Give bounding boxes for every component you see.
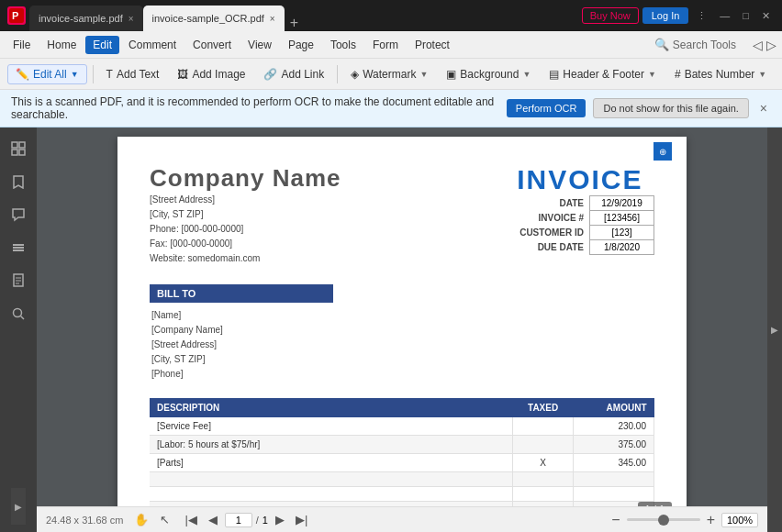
pdf-action-icon[interactable]: ⊕: [654, 142, 672, 161]
close-icon[interactable]: ×: [128, 14, 134, 24]
menu-edit[interactable]: Edit: [85, 36, 119, 54]
svg-text:P: P: [12, 10, 18, 21]
new-tab-button[interactable]: +: [285, 15, 304, 31]
table-row: [150, 487, 654, 502]
separator: [93, 65, 94, 83]
zoom-slider[interactable]: [627, 518, 700, 521]
select-tool-icon[interactable]: ↖: [156, 511, 173, 528]
chevron-down-icon: ▼: [758, 70, 766, 79]
add-link-label: Add Link: [281, 68, 324, 81]
menu-convert[interactable]: Convert: [185, 36, 239, 54]
add-link-button[interactable]: 🔗 Add Link: [256, 64, 331, 84]
cell-taxed: [513, 487, 574, 502]
bates-icon: #: [675, 68, 681, 81]
cell-taxed: X: [513, 454, 574, 472]
pdf-area: Company Name [Street Address] [City, ST …: [37, 127, 767, 532]
tab-invoice-ocr[interactable]: invoice-sample_OCR.pdf ×: [143, 6, 285, 31]
page-separator: /: [256, 515, 259, 526]
nav-back-icon[interactable]: ◁: [753, 38, 763, 52]
svg-rect-3: [19, 142, 25, 148]
add-text-button[interactable]: T Add Text: [99, 64, 167, 84]
zoom-out-icon[interactable]: −: [609, 512, 622, 528]
table-row: [Labor: 5 hours at $75/hr] 375.00: [150, 436, 654, 454]
ocr-message: This is a scanned PDF, and it is recomme…: [11, 95, 499, 121]
cell-description: [Service Fee]: [150, 417, 513, 436]
close-banner-icon[interactable]: ×: [756, 101, 771, 116]
menu-view[interactable]: View: [240, 36, 279, 54]
col-amount: AMOUNT: [574, 398, 654, 417]
svg-rect-5: [19, 150, 25, 155]
panel-search-icon[interactable]: [5, 300, 32, 327]
panel-pages-icon[interactable]: [5, 267, 32, 294]
table-row: [150, 502, 654, 507]
add-text-icon: T: [106, 68, 113, 81]
svg-rect-8: [13, 249, 24, 251]
tab-invoice-sample[interactable]: invoice-sample.pdf ×: [29, 6, 143, 31]
menu-form[interactable]: Form: [365, 36, 406, 54]
close-window-icon[interactable]: ✕: [757, 8, 775, 24]
page-number-input[interactable]: [225, 513, 252, 527]
search-tools[interactable]: 🔍 Search Tools: [647, 35, 743, 54]
left-panel-collapse[interactable]: ▶: [11, 488, 26, 525]
tab-label: invoice-sample_OCR.pdf: [152, 13, 264, 24]
zoom-in-icon[interactable]: +: [704, 512, 718, 528]
more-options-icon[interactable]: ⋮: [692, 8, 711, 24]
cell-amount: 230.00: [574, 417, 654, 436]
dismiss-ocr-button[interactable]: Do not show for this file again.: [593, 98, 748, 118]
edit-all-button[interactable]: ✏️ Edit All ▼: [7, 64, 87, 84]
panel-layers-icon[interactable]: [5, 234, 32, 261]
buy-now-button[interactable]: Buy Now: [582, 7, 639, 24]
edit-icon: ✏️: [16, 68, 29, 81]
main-area: ▶ Company Name [Street Address] [City, S…: [0, 127, 782, 532]
menu-protect[interactable]: Protect: [408, 36, 457, 54]
menu-file[interactable]: File: [6, 36, 38, 54]
maximize-icon[interactable]: □: [738, 8, 754, 23]
svg-point-13: [14, 309, 22, 317]
watermark-button[interactable]: ◈ Watermark ▼: [343, 64, 435, 84]
add-image-button[interactable]: 🖼 Add Image: [170, 64, 252, 84]
first-page-icon[interactable]: |◀: [181, 511, 200, 528]
col-description: DESCRIPTION: [150, 398, 513, 417]
login-button[interactable]: Log In: [642, 7, 689, 24]
panel-comments-icon[interactable]: [5, 201, 32, 228]
doc-size: 24.48 x 31.68 cm: [46, 515, 123, 526]
hand-tool-icon[interactable]: ✋: [130, 511, 152, 528]
pdf-page: Company Name [Street Address] [City, ST …: [117, 137, 687, 506]
zoom-area: − +: [609, 512, 758, 528]
panel-thumbnails-icon[interactable]: [5, 135, 32, 162]
right-panel-collapse[interactable]: ▶: [767, 127, 782, 532]
menu-page[interactable]: Page: [281, 36, 321, 54]
zoom-level-input[interactable]: [721, 513, 758, 527]
invoice-meta: INVOICE DATE 12/9/2019 INVOICE # [123456…: [517, 164, 654, 255]
watermark-label: Watermark: [363, 68, 416, 81]
edit-all-label: Edit All: [33, 68, 67, 81]
cell-description: [150, 472, 513, 487]
perform-ocr-button[interactable]: Perform OCR: [507, 99, 586, 117]
nav-forward-icon[interactable]: ▷: [766, 38, 776, 52]
invoice-table: DESCRIPTION TAXED AMOUNT [Service Fee] 2…: [150, 398, 654, 506]
next-page-icon[interactable]: ▶: [272, 511, 288, 528]
chevron-down-icon: ▼: [71, 70, 79, 79]
header-footer-button[interactable]: ▤ Header & Footer ▼: [542, 64, 664, 84]
menu-comment[interactable]: Comment: [121, 36, 184, 54]
cell-taxed: [513, 436, 574, 454]
bates-number-button[interactable]: # Bates Number ▼: [667, 64, 774, 84]
table-row: [150, 472, 654, 487]
background-button[interactable]: ▣ Background ▼: [439, 64, 538, 84]
menu-tools[interactable]: Tools: [323, 36, 363, 54]
cell-description: [150, 487, 513, 502]
prev-page-icon[interactable]: ◀: [205, 511, 221, 528]
panel-bookmarks-icon[interactable]: [5, 168, 32, 195]
svg-rect-4: [12, 150, 17, 155]
pdf-scroll[interactable]: Company Name [Street Address] [City, ST …: [37, 127, 767, 506]
company-name: Company Name: [150, 164, 341, 193]
close-icon[interactable]: ×: [270, 14, 275, 24]
header-footer-label: Header & Footer: [563, 68, 644, 81]
menu-home[interactable]: Home: [39, 36, 84, 54]
last-page-icon[interactable]: ▶|: [292, 511, 311, 528]
tabs-area: invoice-sample.pdf × invoice-sample_OCR.…: [29, 0, 578, 31]
add-image-icon: 🖼: [177, 68, 188, 81]
company-info: Company Name [Street Address] [City, ST …: [150, 164, 341, 266]
minimize-icon[interactable]: —: [715, 8, 734, 23]
watermark-icon: ◈: [351, 68, 359, 81]
